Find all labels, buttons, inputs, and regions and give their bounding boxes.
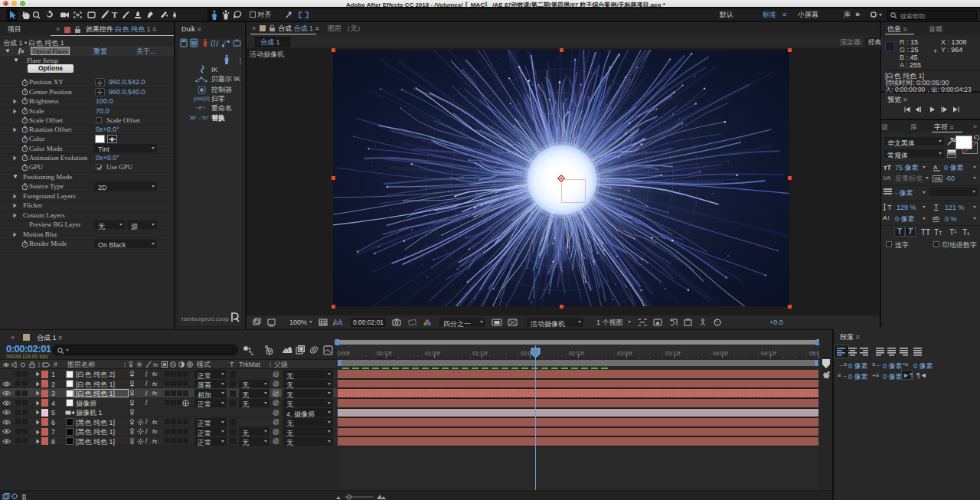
svg-text:T: T — [887, 204, 892, 211]
svg-text:A: A — [933, 164, 938, 171]
svg-text:fx: fx — [153, 361, 158, 368]
svg-text:T: T — [112, 10, 118, 19]
